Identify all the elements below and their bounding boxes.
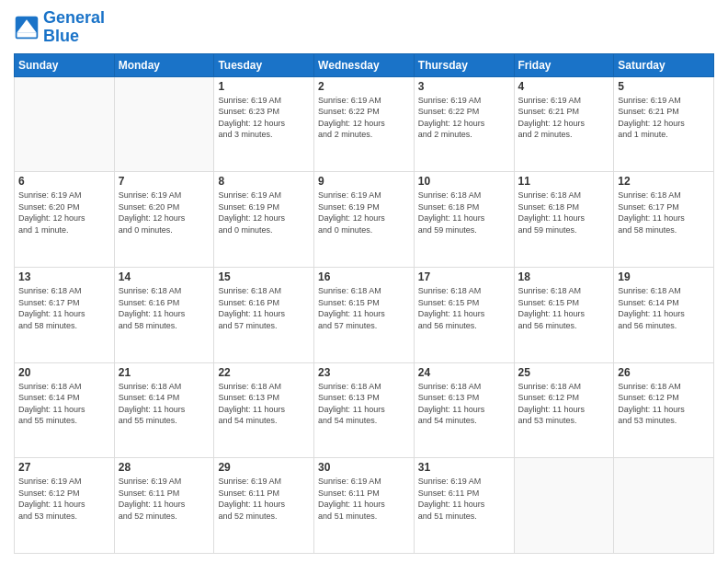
calendar-cell: 29Sunrise: 6:19 AM Sunset: 6:11 PM Dayli… — [214, 458, 314, 554]
calendar-day-header: Thursday — [414, 53, 514, 76]
calendar-cell: 30Sunrise: 6:19 AM Sunset: 6:11 PM Dayli… — [314, 458, 415, 554]
day-number: 15 — [218, 270, 310, 283]
day-info: Sunrise: 6:18 AM Sunset: 6:18 PM Dayligh… — [518, 190, 610, 236]
day-info: Sunrise: 6:18 AM Sunset: 6:15 PM Dayligh… — [518, 285, 610, 331]
calendar-cell: 14Sunrise: 6:18 AM Sunset: 6:16 PM Dayli… — [114, 267, 214, 362]
day-info: Sunrise: 6:19 AM Sunset: 6:19 PM Dayligh… — [318, 190, 410, 236]
day-info: Sunrise: 6:19 AM Sunset: 6:21 PM Dayligh… — [618, 95, 710, 141]
day-info: Sunrise: 6:18 AM Sunset: 6:13 PM Dayligh… — [318, 381, 410, 427]
day-number: 1 — [218, 80, 310, 93]
day-number: 5 — [618, 80, 710, 93]
logo-line2: Blue — [43, 28, 105, 46]
day-number: 9 — [318, 175, 410, 188]
calendar-cell — [15, 76, 115, 172]
calendar-week-row: 6Sunrise: 6:19 AM Sunset: 6:20 PM Daylig… — [15, 172, 714, 268]
calendar-cell: 13Sunrise: 6:18 AM Sunset: 6:17 PM Dayli… — [15, 267, 115, 362]
day-info: Sunrise: 6:18 AM Sunset: 6:13 PM Dayligh… — [418, 381, 510, 427]
day-number: 3 — [418, 80, 510, 93]
day-info: Sunrise: 6:18 AM Sunset: 6:12 PM Dayligh… — [518, 381, 610, 427]
calendar-cell: 10Sunrise: 6:18 AM Sunset: 6:18 PM Dayli… — [414, 172, 514, 268]
day-number: 28 — [119, 461, 210, 474]
calendar: SundayMondayTuesdayWednesdayThursdayFrid… — [14, 53, 714, 554]
day-number: 13 — [18, 270, 110, 283]
day-info: Sunrise: 6:19 AM Sunset: 6:11 PM Dayligh… — [318, 476, 410, 522]
logo: General Blue — [14, 9, 105, 46]
svg-rect-2 — [17, 32, 37, 37]
calendar-week-row: 20Sunrise: 6:18 AM Sunset: 6:14 PM Dayli… — [15, 362, 714, 458]
day-info: Sunrise: 6:19 AM Sunset: 6:21 PM Dayligh… — [518, 95, 610, 141]
calendar-cell: 21Sunrise: 6:18 AM Sunset: 6:14 PM Dayli… — [114, 362, 214, 458]
day-info: Sunrise: 6:19 AM Sunset: 6:19 PM Dayligh… — [218, 190, 310, 236]
calendar-day-header: Friday — [514, 53, 614, 76]
calendar-cell: 24Sunrise: 6:18 AM Sunset: 6:13 PM Dayli… — [414, 362, 514, 458]
day-number: 19 — [618, 270, 710, 283]
calendar-week-row: 13Sunrise: 6:18 AM Sunset: 6:17 PM Dayli… — [15, 267, 714, 362]
logo-line1: General — [43, 8, 105, 27]
day-number: 21 — [119, 366, 210, 379]
day-info: Sunrise: 6:19 AM Sunset: 6:22 PM Dayligh… — [318, 95, 410, 141]
day-number: 11 — [518, 175, 610, 188]
day-number: 8 — [218, 175, 310, 188]
day-number: 17 — [418, 270, 510, 283]
calendar-cell: 25Sunrise: 6:18 AM Sunset: 6:12 PM Dayli… — [514, 362, 614, 458]
calendar-cell — [514, 458, 614, 554]
day-info: Sunrise: 6:18 AM Sunset: 6:12 PM Dayligh… — [618, 381, 710, 427]
day-number: 7 — [119, 175, 210, 188]
calendar-cell: 5Sunrise: 6:19 AM Sunset: 6:21 PM Daylig… — [614, 76, 714, 172]
calendar-day-header: Tuesday — [214, 53, 314, 76]
calendar-week-row: 1Sunrise: 6:19 AM Sunset: 6:23 PM Daylig… — [15, 76, 714, 172]
calendar-cell: 9Sunrise: 6:19 AM Sunset: 6:19 PM Daylig… — [314, 172, 415, 268]
calendar-week-row: 27Sunrise: 6:19 AM Sunset: 6:12 PM Dayli… — [15, 458, 714, 554]
day-number: 16 — [318, 270, 410, 283]
calendar-cell: 3Sunrise: 6:19 AM Sunset: 6:22 PM Daylig… — [414, 76, 514, 172]
day-info: Sunrise: 6:18 AM Sunset: 6:15 PM Dayligh… — [418, 285, 510, 331]
calendar-cell: 31Sunrise: 6:19 AM Sunset: 6:11 PM Dayli… — [414, 458, 514, 554]
day-info: Sunrise: 6:18 AM Sunset: 6:14 PM Dayligh… — [618, 285, 710, 331]
day-info: Sunrise: 6:19 AM Sunset: 6:22 PM Dayligh… — [418, 95, 510, 141]
day-number: 23 — [318, 366, 410, 379]
logo-icon — [14, 15, 40, 40]
day-info: Sunrise: 6:18 AM Sunset: 6:18 PM Dayligh… — [418, 190, 510, 236]
day-number: 12 — [618, 175, 710, 188]
day-number: 25 — [518, 366, 610, 379]
day-number: 27 — [18, 461, 110, 474]
day-info: Sunrise: 6:18 AM Sunset: 6:14 PM Dayligh… — [119, 381, 210, 427]
calendar-cell: 1Sunrise: 6:19 AM Sunset: 6:23 PM Daylig… — [214, 76, 314, 172]
day-info: Sunrise: 6:19 AM Sunset: 6:20 PM Dayligh… — [18, 190, 110, 236]
calendar-cell: 6Sunrise: 6:19 AM Sunset: 6:20 PM Daylig… — [15, 172, 115, 268]
day-number: 2 — [318, 80, 410, 93]
header: General Blue — [14, 9, 714, 46]
day-number: 30 — [318, 461, 410, 474]
day-number: 24 — [418, 366, 510, 379]
day-number: 14 — [119, 270, 210, 283]
calendar-cell: 26Sunrise: 6:18 AM Sunset: 6:12 PM Dayli… — [614, 362, 714, 458]
calendar-day-header: Sunday — [15, 53, 115, 76]
day-info: Sunrise: 6:19 AM Sunset: 6:11 PM Dayligh… — [218, 476, 310, 522]
calendar-cell: 11Sunrise: 6:18 AM Sunset: 6:18 PM Dayli… — [514, 172, 614, 268]
calendar-cell — [614, 458, 714, 554]
calendar-cell: 2Sunrise: 6:19 AM Sunset: 6:22 PM Daylig… — [314, 76, 415, 172]
calendar-cell: 8Sunrise: 6:19 AM Sunset: 6:19 PM Daylig… — [214, 172, 314, 268]
day-info: Sunrise: 6:18 AM Sunset: 6:16 PM Dayligh… — [119, 285, 210, 331]
calendar-cell: 18Sunrise: 6:18 AM Sunset: 6:15 PM Dayli… — [514, 267, 614, 362]
calendar-header-row: SundayMondayTuesdayWednesdayThursdayFrid… — [15, 53, 714, 76]
day-info: Sunrise: 6:18 AM Sunset: 6:14 PM Dayligh… — [18, 381, 110, 427]
calendar-cell: 28Sunrise: 6:19 AM Sunset: 6:11 PM Dayli… — [114, 458, 214, 554]
calendar-cell: 27Sunrise: 6:19 AM Sunset: 6:12 PM Dayli… — [15, 458, 115, 554]
calendar-cell: 19Sunrise: 6:18 AM Sunset: 6:14 PM Dayli… — [614, 267, 714, 362]
day-number: 4 — [518, 80, 610, 93]
page: General Blue SundayMondayTuesdayWednesda… — [0, 0, 728, 563]
day-info: Sunrise: 6:18 AM Sunset: 6:13 PM Dayligh… — [218, 381, 310, 427]
day-info: Sunrise: 6:19 AM Sunset: 6:23 PM Dayligh… — [218, 95, 310, 141]
day-info: Sunrise: 6:19 AM Sunset: 6:12 PM Dayligh… — [18, 476, 110, 522]
day-number: 31 — [418, 461, 510, 474]
calendar-cell — [114, 76, 214, 172]
calendar-cell: 4Sunrise: 6:19 AM Sunset: 6:21 PM Daylig… — [514, 76, 614, 172]
day-info: Sunrise: 6:18 AM Sunset: 6:15 PM Dayligh… — [318, 285, 410, 331]
calendar-day-header: Wednesday — [314, 53, 415, 76]
day-number: 6 — [18, 175, 110, 188]
calendar-cell: 12Sunrise: 6:18 AM Sunset: 6:17 PM Dayli… — [614, 172, 714, 268]
day-info: Sunrise: 6:18 AM Sunset: 6:17 PM Dayligh… — [618, 190, 710, 236]
day-number: 18 — [518, 270, 610, 283]
day-number: 10 — [418, 175, 510, 188]
